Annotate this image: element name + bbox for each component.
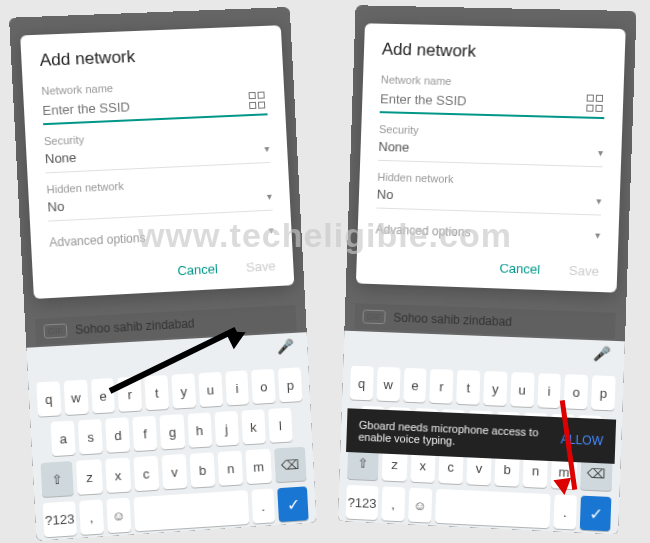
key-j[interactable]: j — [214, 411, 239, 446]
key-s[interactable]: s — [78, 419, 103, 455]
chevron-down-icon: ▾ — [595, 230, 600, 241]
mic-icon[interactable]: 🎤 — [593, 345, 611, 362]
key-l[interactable]: l — [268, 408, 293, 443]
key-f[interactable]: f — [133, 416, 158, 451]
key-u[interactable]: u — [510, 372, 534, 407]
save-button[interactable]: Save — [246, 258, 276, 274]
gif-chip-icon[interactable]: GIF — [43, 323, 67, 338]
key-n[interactable]: n — [218, 451, 244, 486]
network-name-label: Network name — [381, 73, 606, 91]
key-r[interactable]: r — [118, 377, 143, 412]
key-p[interactable]: p — [278, 367, 302, 402]
dialog-title: Add network — [39, 42, 265, 71]
ssid-input[interactable] — [42, 94, 249, 118]
key-q[interactable]: q — [36, 381, 61, 417]
key-y[interactable]: y — [483, 371, 507, 406]
phone-screenshot-left: Add network Network name Security None▾ … — [9, 7, 317, 541]
chevron-down-icon: ▾ — [598, 147, 603, 158]
key-o[interactable]: o — [252, 369, 276, 404]
key-?123[interactable]: ?123 — [43, 501, 77, 537]
key-,[interactable]: , — [381, 486, 405, 521]
key-m[interactable]: m — [246, 449, 272, 484]
key-g[interactable]: g — [160, 414, 185, 449]
key-o[interactable]: o — [564, 374, 588, 409]
key-y[interactable]: y — [171, 373, 196, 408]
allow-button[interactable]: ALLOW — [560, 432, 603, 448]
key-d[interactable]: d — [105, 417, 130, 452]
key-q[interactable]: q — [350, 366, 374, 401]
gif-chip-icon[interactable]: GIF — [362, 309, 385, 324]
security-label: Security — [379, 123, 604, 141]
key-e[interactable]: e — [403, 368, 427, 403]
key-t[interactable]: t — [145, 375, 170, 410]
key-a[interactable]: a — [51, 421, 76, 457]
add-network-dialog: Add network Network name Security None▾ … — [356, 23, 626, 292]
advanced-options-toggle[interactable]: Advanced options▾ — [375, 222, 600, 243]
save-button[interactable]: Save — [569, 263, 600, 279]
key-✓[interactable]: ✓ — [278, 486, 309, 522]
hidden-network-label: Hidden network — [377, 171, 602, 190]
key-☺[interactable]: ☺ — [408, 488, 432, 523]
chevron-down-icon: ▾ — [596, 195, 601, 206]
key-c[interactable]: c — [133, 456, 159, 492]
key-✓[interactable]: ✓ — [580, 496, 611, 532]
key-e[interactable]: e — [91, 378, 116, 413]
key-x[interactable]: x — [105, 457, 131, 493]
mic-icon[interactable]: 🎤 — [276, 338, 294, 355]
key-h[interactable]: h — [187, 413, 212, 448]
add-network-dialog: Add network Network name Security None▾ … — [20, 25, 294, 299]
chevron-down-icon: ▾ — [264, 143, 270, 154]
key-r[interactable]: r — [430, 369, 454, 404]
dialog-title: Add network — [382, 40, 607, 65]
cancel-button[interactable]: Cancel — [177, 261, 218, 278]
key-⌫[interactable]: ⌫ — [274, 447, 307, 483]
security-dropdown[interactable]: None▾ — [45, 141, 271, 173]
hidden-network-dropdown[interactable]: No▾ — [376, 187, 601, 216]
key-z[interactable]: z — [76, 459, 102, 495]
ssid-input[interactable] — [380, 91, 587, 111]
key-b[interactable]: b — [190, 452, 216, 487]
on-screen-keyboard: 🎤 qwertyuiop asdfghjkl ⇧zxcvbnm⌫ ?123,☺ … — [26, 332, 316, 541]
security-dropdown[interactable]: None▾ — [378, 139, 603, 167]
key-space[interactable] — [133, 490, 249, 531]
key-.[interactable]: . — [553, 494, 577, 529]
key-t[interactable]: t — [456, 370, 480, 405]
key-space[interactable] — [435, 489, 551, 528]
qr-scan-icon[interactable] — [249, 91, 268, 110]
key-,[interactable]: , — [79, 499, 104, 535]
key-i[interactable]: i — [225, 370, 249, 405]
suggestion-text[interactable]: Sohoo sahib zindabad — [75, 316, 195, 337]
key-?123[interactable]: ?123 — [346, 485, 379, 520]
key-w[interactable]: w — [376, 367, 400, 402]
chevron-down-icon: ▾ — [268, 225, 274, 236]
key-k[interactable]: k — [241, 409, 266, 444]
cancel-button[interactable]: Cancel — [499, 260, 540, 276]
advanced-options-toggle[interactable]: Advanced options▾ — [49, 225, 274, 250]
key-☺[interactable]: ☺ — [106, 498, 131, 534]
toast-message: Gboard needs microphone access to enable… — [358, 419, 551, 451]
key-u[interactable]: u — [198, 372, 223, 407]
key-p[interactable]: p — [591, 375, 615, 410]
suggestion-text[interactable]: Sohoo sahib zindabad — [393, 311, 512, 329]
key-.[interactable]: . — [251, 488, 275, 523]
key-v[interactable]: v — [161, 454, 187, 489]
key-w[interactable]: w — [63, 380, 88, 415]
key-⇧[interactable]: ⇧ — [41, 461, 75, 497]
chevron-down-icon: ▾ — [267, 191, 273, 202]
key-i[interactable]: i — [537, 373, 561, 408]
phone-screenshot-right: Add network Network name Security None▾ … — [338, 5, 637, 534]
qr-scan-icon[interactable] — [586, 95, 605, 114]
